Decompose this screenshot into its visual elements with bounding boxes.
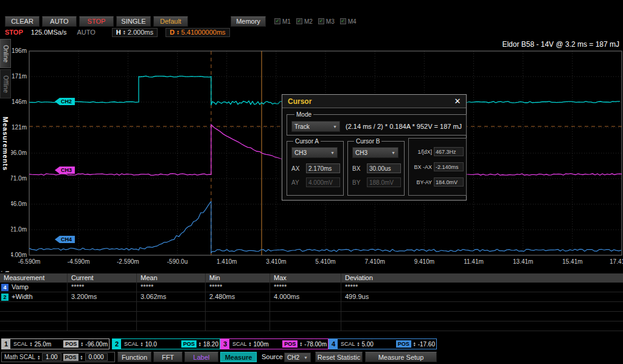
delay-control[interactable]: D 5.41000000ms (165, 28, 230, 37)
position-value: 18.20 (203, 341, 218, 348)
cursor-a-source-dropdown[interactable]: CH3 ▼ (291, 147, 338, 158)
cursor-a-ax-value[interactable]: 2.170ms (306, 163, 340, 173)
position-value: -96.00m (85, 341, 108, 348)
measurement-value: ***** (67, 283, 136, 292)
tab-offline[interactable]: Offline (0, 69, 11, 98)
spinner-icon[interactable] (80, 355, 83, 360)
spinner-icon[interactable] (198, 342, 201, 346)
spinner-icon[interactable] (249, 342, 252, 346)
dialog-title-bar[interactable]: Cursor ✕ (282, 95, 466, 108)
cursor-result-row: 1/[dX]467.3Hz (411, 147, 464, 156)
measurement-value: 499.9us (341, 292, 623, 302)
spinner-icon[interactable] (123, 30, 126, 35)
measurement-value (205, 302, 270, 312)
scale-label: SCAL (124, 341, 139, 347)
spinner-icon[interactable] (141, 342, 144, 346)
cursor-b-by-label: BY (352, 179, 364, 186)
channel-number-badge: 2 (113, 339, 121, 349)
measurement-name: +Width (12, 292, 33, 301)
channel-2-bar[interactable]: 2SCAL10.0POS18.20 (112, 338, 220, 349)
measurement-value: ***** (341, 283, 623, 292)
channel-1-bar[interactable]: 1SCAL25.0mPOS-96.00m (1, 338, 110, 349)
channel-3-bar[interactable]: 3SCAL100mPOS-78.00m (220, 338, 329, 349)
h-label: H (116, 29, 121, 36)
stop-button[interactable]: STOP (79, 16, 114, 27)
cursor-b-field-row: BY188.0mV (352, 177, 401, 187)
sample-rate: 125.0MSa/s (31, 29, 67, 36)
x-axis-tick: 17.41 (610, 258, 623, 265)
spinner-icon[interactable] (413, 342, 416, 346)
memory-button[interactable]: Memory (231, 16, 266, 27)
math-position-value: 0.000 (85, 353, 108, 361)
memory-slot-m2[interactable]: ✓M2 (296, 18, 313, 25)
d-value: 5.41000000ms (181, 29, 226, 36)
cursor-b-title: Cursor B (354, 138, 381, 145)
spinner-icon[interactable] (80, 342, 83, 346)
cursor-b-group: Cursor B CH3 ▼ BX30.00usBY188.0mV (347, 138, 405, 196)
cursor-groups: Cursor A CH3 ▼ AX2.170msAY4.000mV Cursor… (287, 138, 462, 196)
measurement-value (136, 302, 205, 312)
cursor-b-field-row: BX30.00us (352, 163, 401, 173)
fft-button[interactable]: FFT (153, 352, 183, 362)
mode-dropdown[interactable]: Track ▼ (291, 121, 340, 132)
math-scale-value: 1.00 (42, 353, 61, 361)
channel-number-badge: 4 (329, 339, 338, 349)
measurement-name-cell (0, 321, 67, 331)
scale-label: SCAL (13, 341, 28, 347)
column-header: Deviation (341, 273, 623, 283)
cursor-b-source: CH3 (355, 149, 367, 156)
x-axis-tick: 5.410m (315, 258, 335, 265)
spinner-icon[interactable] (176, 30, 179, 35)
x-axis-tick: -4.590m (68, 258, 90, 265)
memory-slot-m3[interactable]: ✓M3 (318, 18, 335, 25)
result-label: 1/[dX] (411, 149, 432, 155)
default-button[interactable]: Default (153, 16, 188, 27)
scale-value: 5.00 (361, 341, 394, 348)
measure-setup-button[interactable]: Measure Setup (365, 352, 437, 362)
cursor-b-source-dropdown[interactable]: CH3 ▼ (352, 147, 399, 158)
spinner-icon[interactable] (357, 342, 360, 346)
spinner-icon[interactable] (30, 342, 33, 346)
source-dropdown[interactable]: CH2 ▼ (284, 352, 311, 362)
spinner-icon[interactable] (37, 355, 40, 360)
reset-statistic-button[interactable]: Reset Statistic (315, 352, 363, 362)
label-button[interactable]: Label (184, 352, 218, 362)
memory-slots: ✓M1✓M2✓M3✓M4 (274, 18, 357, 25)
measurement-table: MeasurementCurrentMeanMinMaxDeviation 4V… (0, 273, 623, 331)
math-position-label: POS (63, 354, 78, 361)
close-icon[interactable]: ✕ (451, 97, 464, 106)
cursor-b-by-value: 188.0mV (367, 177, 401, 187)
position-value: -17.60 (418, 341, 435, 348)
measurement-value: ***** (136, 283, 205, 292)
trigger-mode: AUTO (77, 29, 95, 36)
measurement-row (0, 302, 623, 312)
checkbox-icon: ✓ (296, 18, 302, 24)
single-button[interactable]: SINGLE (116, 16, 151, 27)
scale-value: 25.0m (34, 341, 61, 348)
cursor-a-ay-label: AY (291, 179, 304, 186)
cursor-dialog: Cursor ✕ Mode Track ▼ (2.14 ms / 2) * 0.… (282, 94, 467, 201)
tab-online[interactable]: Online (0, 39, 11, 68)
measurement-value (270, 312, 341, 321)
auto-button[interactable]: AUTO (42, 16, 77, 27)
position-label: POS (181, 340, 197, 348)
spinner-icon[interactable] (299, 342, 302, 346)
measurement-value: ***** (270, 283, 341, 292)
chevron-down-icon: ▼ (333, 125, 337, 129)
cursor-a-source: CH3 (294, 149, 307, 156)
memory-slot-label: M4 (348, 18, 357, 25)
cursor-a-field-row: AY4.000mV (291, 177, 340, 187)
measurement-value (341, 312, 623, 321)
measure-button[interactable]: Measure (220, 352, 257, 362)
math-channel-bar[interactable]: Math SCAL 1.00 POS 0.000 (1, 352, 115, 362)
chevron-down-icon: ▼ (330, 151, 335, 155)
cursor-b-bx-value[interactable]: 30.00us (367, 163, 401, 173)
memory-slot-m4[interactable]: ✓M4 (340, 18, 357, 25)
dialog-title: Cursor (282, 97, 312, 106)
horizontal-scale-control[interactable]: H 2.000ms (112, 28, 158, 37)
channel-4-bar[interactable]: 4SCAL5.00POS-17.60 (329, 338, 437, 349)
measurement-value (270, 321, 341, 331)
function-button[interactable]: Function (117, 352, 151, 362)
clear-button[interactable]: CLEAR (5, 16, 40, 27)
memory-slot-m1[interactable]: ✓M1 (274, 18, 291, 25)
